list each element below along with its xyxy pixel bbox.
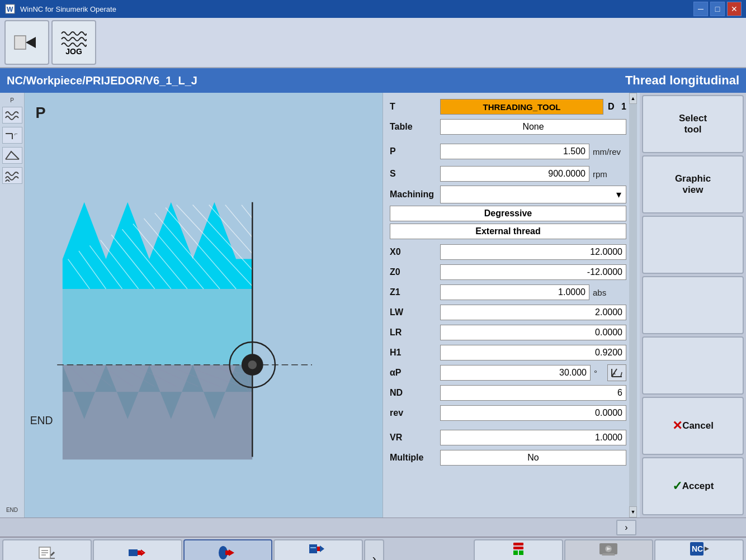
window-title: WinNC for Sinumerik Operate: [20, 5, 693, 13]
p-sidebar-label: P: [10, 97, 14, 103]
z1-label: Z1: [390, 287, 440, 297]
table-value[interactable]: None: [440, 119, 626, 135]
d-value: 1: [621, 102, 626, 112]
svg-rect-55: [129, 549, 138, 556]
svg-marker-61: [229, 549, 234, 556]
scrollbar[interactable]: ▲ ▼: [629, 93, 638, 518]
s-field-row: S 900.0000 rpm: [390, 165, 626, 182]
rev-value[interactable]: 0.0000: [440, 405, 626, 421]
cancel-label: Cancel: [682, 420, 714, 431]
svg-rect-62: [309, 544, 317, 553]
z0-value[interactable]: -12.0000: [440, 264, 626, 280]
select-tool-button[interactable]: Select tool: [642, 95, 744, 153]
t-field-row: T THREADING_TOOL D 1: [390, 98, 626, 115]
machining-dropdown[interactable]: ▾: [440, 186, 626, 203]
p-value[interactable]: 1.500: [440, 144, 589, 159]
jog-button[interactable]: JOG: [51, 20, 96, 65]
x0-label: X0: [390, 247, 440, 257]
sidebar-icon-2[interactable]: ⌐: [2, 127, 22, 144]
sidebar-icon-1[interactable]: [2, 107, 22, 124]
rt-btn-3[interactable]: [642, 216, 744, 274]
forward-button[interactable]: ›: [616, 520, 636, 535]
z0-field-row: Z0 -12.0000: [390, 264, 626, 281]
h1-field-row: H1 0.9200: [390, 344, 626, 361]
svg-marker-64: [320, 545, 324, 552]
machining-row: Machining ▾: [390, 186, 626, 203]
svg-text:END: END: [30, 414, 53, 426]
svg-rect-56: [138, 550, 141, 555]
svg-rect-63: [317, 547, 320, 551]
graphic-view-button[interactable]: Graphic view: [642, 155, 744, 213]
window-controls: ─ □ ✕: [693, 2, 742, 16]
z1-value[interactable]: 1.0000: [440, 284, 589, 300]
lr-label: LR: [390, 328, 440, 338]
operation-title: Thread longitudinal: [625, 73, 739, 88]
turning-button[interactable]: Turning: [183, 539, 273, 560]
simulation-button[interactable]: Simu- lation: [564, 539, 654, 560]
table-label: Table: [390, 122, 440, 132]
more-button[interactable]: ›: [364, 539, 384, 560]
various-icon: [508, 540, 528, 557]
lr-value[interactable]: 0.0000: [440, 325, 626, 340]
d-label: D: [608, 102, 619, 112]
minimize-button[interactable]: ─: [693, 2, 708, 16]
rev-field-row: rev 0.0000: [390, 405, 626, 421]
content-area: P ⌐ EN: [0, 93, 746, 518]
ap-unit: °: [594, 368, 605, 378]
lw-value[interactable]: 2.0000: [440, 305, 626, 320]
rt-btn-5[interactable]: [642, 336, 744, 395]
ap-value[interactable]: 30.000: [440, 365, 591, 381]
multiple-value[interactable]: No: [440, 450, 626, 466]
vr-value[interactable]: 1.0000: [440, 430, 626, 445]
multiple-label: Multiple: [390, 453, 440, 463]
scroll-down-button[interactable]: ▼: [629, 506, 637, 518]
sidebar-icon-3[interactable]: [2, 147, 22, 164]
right-panel: T THREADING_TOOL D 1 Table None P 1.500 …: [383, 93, 640, 518]
execute-button[interactable]: NC Ex- cute: [654, 539, 744, 560]
rt-btn-4[interactable]: [642, 276, 744, 334]
svg-rect-60: [225, 550, 229, 555]
maximize-button[interactable]: □: [710, 2, 725, 16]
title-bar: W WinNC for Sinumerik Operate ─ □ ✕: [0, 0, 746, 18]
drill-button[interactable]: Drill.: [93, 539, 182, 560]
z1-field-row: Z1 1.0000 abs: [390, 284, 626, 301]
multiple-field-row: Multiple No: [390, 449, 626, 466]
scroll-up-button[interactable]: ▲: [629, 93, 637, 104]
vr-label: VR: [390, 433, 440, 443]
rev-label: rev: [390, 408, 440, 418]
ap-icon-button[interactable]: [607, 364, 626, 381]
s-label: S: [390, 169, 440, 179]
arrow-tool-button[interactable]: [4, 20, 49, 65]
svg-line-48: [621, 372, 622, 377]
x0-value[interactable]: 12.0000: [440, 244, 626, 260]
x0-field-row: X0 12.0000: [390, 244, 626, 260]
p-unit: mm/rev: [593, 147, 626, 156]
degressive-box: Degressive: [390, 206, 626, 221]
sidebar-icon-4[interactable]: [2, 167, 22, 184]
simulation-icon: [598, 540, 618, 557]
nd-field-row: ND 6: [390, 385, 626, 401]
thread-graphic: P END: [25, 93, 383, 518]
accept-button[interactable]: ✓ Accept: [642, 457, 744, 515]
cont-turn-icon: [308, 540, 328, 557]
main-toolbar: JOG: [0, 18, 746, 68]
h1-value[interactable]: 0.9200: [440, 345, 626, 360]
t-value[interactable]: THREADING_TOOL: [440, 99, 603, 115]
breadcrumb: NC/Workpiece/PRIJEDOR/V6_1_L_J: [7, 74, 625, 87]
various-button[interactable]: Vari- ous: [474, 539, 563, 560]
svg-rect-2: [15, 36, 26, 49]
z1-unit: abs: [593, 288, 626, 297]
cancel-button[interactable]: ✕ Cancel: [642, 397, 744, 455]
close-button[interactable]: ✕: [727, 2, 742, 16]
cont-turn-button[interactable]: Cont. turn.: [273, 539, 363, 560]
nd-value[interactable]: 6: [440, 385, 626, 401]
app-icon: W: [4, 3, 16, 15]
lw-field-row: LW 2.0000: [390, 304, 626, 321]
turning-icon: [218, 544, 238, 561]
ap-field-row: αP 30.000 °: [390, 364, 626, 381]
p-label: P: [390, 146, 440, 156]
s-value[interactable]: 900.0000: [440, 166, 589, 182]
svg-marker-71: [705, 547, 709, 551]
edit-button[interactable]: Edit: [2, 539, 92, 560]
svg-marker-3: [26, 37, 36, 48]
